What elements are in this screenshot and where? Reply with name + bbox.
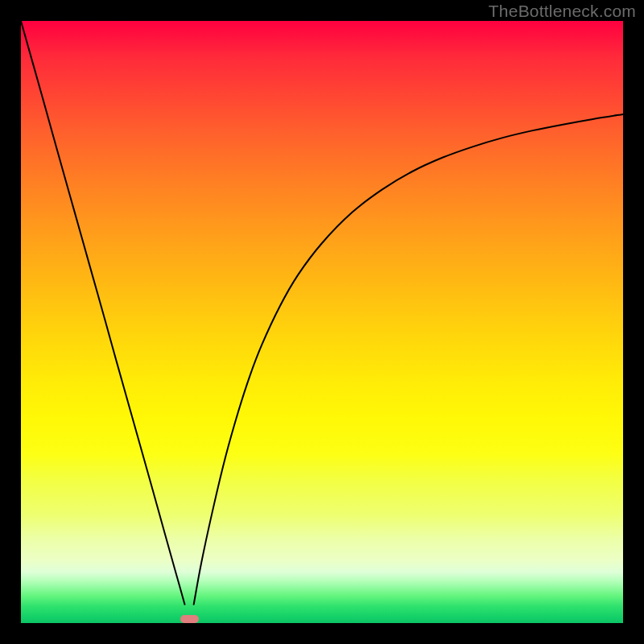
chart-frame: TheBottleneck.com [0,0,644,644]
plot-area [21,21,623,623]
bottleneck-curve [21,21,623,623]
watermark-text: TheBottleneck.com [489,2,636,21]
curve-path [21,21,623,605]
